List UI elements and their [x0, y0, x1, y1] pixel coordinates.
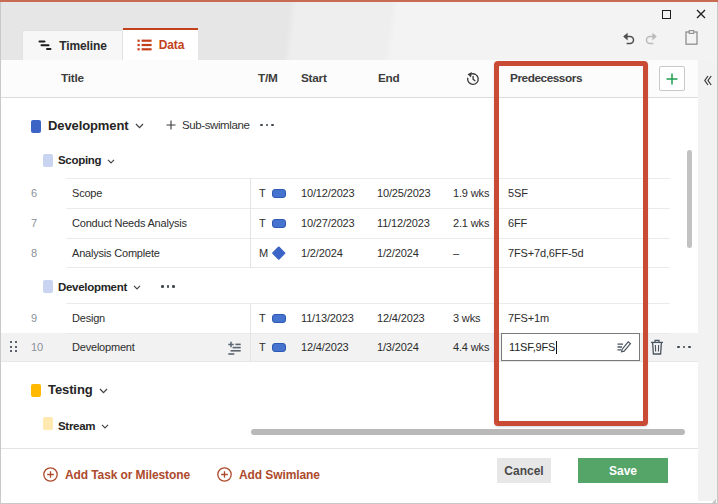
double-chevron-left-icon — [704, 75, 712, 86]
task-bar-icon[interactable] — [272, 343, 286, 352]
footer: Add Task or Milestone Add Swimlane Cance… — [1, 448, 698, 503]
undo-icon — [622, 32, 635, 45]
redo-icon — [645, 32, 658, 45]
chevron-down-icon[interactable] — [99, 388, 108, 394]
task-type-letter: T — [259, 208, 266, 238]
chevron-down-icon[interactable] — [101, 424, 109, 429]
sub-swimlane-color-square — [43, 154, 53, 167]
sub-swimlane-color-square — [43, 417, 53, 430]
add-swimlane-button[interactable]: Add Swimlane — [217, 467, 320, 482]
swimlane-more-button[interactable] — [260, 124, 274, 127]
chevron-down-icon[interactable] — [133, 285, 141, 290]
task-duration[interactable]: 3 wks — [453, 303, 480, 333]
task-title[interactable]: Scope — [72, 178, 102, 208]
column-header-duration[interactable] — [465, 71, 481, 91]
maximize-button[interactable] — [662, 10, 671, 19]
task-start-date[interactable]: 10/27/2023 — [301, 208, 355, 238]
chevron-down-icon[interactable] — [135, 123, 144, 129]
save-button[interactable]: Save — [578, 458, 668, 483]
swimlane-title[interactable]: Testing — [48, 382, 93, 397]
vertical-scrollbar[interactable] — [687, 150, 692, 248]
task-end-date[interactable]: 11/12/2023 — [377, 208, 430, 238]
close-button[interactable] — [696, 9, 706, 19]
plus-icon — [666, 73, 678, 85]
sub-swimlane-title-group[interactable]: Scoping — [58, 144, 115, 176]
cancel-button[interactable]: Cancel — [497, 458, 551, 483]
task-duration[interactable]: 2.1 wks — [453, 208, 489, 238]
swimlane-title[interactable]: Development — [48, 118, 129, 133]
column-header-tm[interactable]: T/M — [258, 60, 278, 97]
task-title[interactable]: Development — [72, 333, 135, 361]
redo-button[interactable] — [645, 31, 658, 49]
undo-button[interactable] — [622, 31, 635, 49]
milestone-diamond-icon[interactable] — [272, 246, 285, 259]
task-end-date[interactable]: 1/2/2024 — [377, 238, 419, 268]
column-separator — [250, 303, 251, 362]
tab-data[interactable]: Data — [123, 28, 198, 60]
tab-data-label: Data — [159, 38, 185, 52]
swimlane-title-group[interactable]: Development — [48, 107, 144, 143]
task-start-date[interactable]: 11/13/2023 — [301, 303, 354, 333]
task-duration[interactable]: 1.9 wks — [453, 178, 489, 208]
task-start-date[interactable]: 12/4/2023 — [301, 333, 349, 361]
drag-handle-icon[interactable] — [10, 341, 18, 353]
task-start-date[interactable]: 10/12/2023 — [301, 178, 355, 208]
collapse-pane-button[interactable] — [704, 72, 712, 90]
task-duration[interactable]: – — [453, 238, 459, 268]
task-bar-icon[interactable] — [272, 314, 286, 323]
swimlane-title-group[interactable]: Testing — [48, 374, 108, 405]
column-header-title[interactable]: Title — [61, 60, 84, 97]
task-end-date[interactable]: 1/3/2024 — [377, 333, 419, 361]
task-end-date[interactable]: 12/4/2023 — [377, 303, 425, 333]
sub-swimlane-more-button[interactable] — [161, 285, 175, 288]
chevron-down-icon[interactable] — [107, 159, 115, 164]
task-title[interactable]: Analysis Complete — [72, 238, 160, 268]
tab-timeline[interactable]: Timeline — [22, 30, 123, 60]
task-bar-icon[interactable] — [272, 219, 286, 228]
add-task-label: Add Task or Milestone — [65, 468, 190, 482]
clipboard-button[interactable] — [685, 30, 698, 49]
circle-plus-icon — [43, 467, 58, 482]
sub-swimlane-color-square — [43, 280, 53, 293]
close-icon — [696, 9, 706, 19]
horizontal-scrollbar[interactable] — [251, 429, 685, 435]
add-sub-swimlane-button[interactable]: Sub-swimlane — [166, 107, 249, 143]
clipboard-icon — [685, 30, 698, 45]
sub-swimlane-title[interactable]: Scoping — [58, 154, 101, 166]
column-separator — [250, 178, 251, 268]
add-swimlane-label: Add Swimlane — [239, 468, 320, 482]
task-start-date[interactable]: 1/2/2024 — [301, 238, 343, 268]
sub-swimlane-title-group[interactable]: Stream — [58, 409, 109, 431]
task-type-letter: M — [259, 238, 268, 268]
swimlane-color-square — [31, 120, 41, 133]
task-number: 9 — [31, 303, 37, 333]
indent-task-icon[interactable] — [228, 341, 241, 359]
task-type-letter: T — [259, 178, 266, 208]
task-number: 8 — [31, 238, 37, 268]
window-accent-line — [0, 0, 718, 2]
add-column-button[interactable] — [659, 66, 685, 91]
sub-swimlane-title[interactable]: Development — [58, 281, 127, 293]
add-task-button[interactable]: Add Task or Milestone — [43, 467, 190, 482]
column-header-start[interactable]: Start — [301, 60, 327, 97]
task-number: 7 — [31, 208, 37, 238]
sub-swimlane-title-group[interactable]: Development — [58, 270, 141, 303]
sub-swimlane-title[interactable]: Stream — [58, 420, 95, 432]
task-bar-icon[interactable] — [272, 189, 286, 198]
annotation-rectangle — [494, 61, 648, 426]
task-number: 6 — [31, 178, 37, 208]
gantt-bars-icon — [38, 40, 52, 51]
task-title[interactable]: Design — [72, 303, 105, 333]
bullet-list-icon — [137, 39, 152, 51]
resize-gripper-icon — [708, 499, 716, 504]
delete-row-button[interactable] — [650, 339, 664, 359]
resize-gripper[interactable] — [708, 493, 716, 504]
task-type-letter: T — [259, 333, 266, 361]
task-end-date[interactable]: 10/25/2023 — [377, 178, 431, 208]
task-duration[interactable]: 4.4 wks — [453, 333, 489, 361]
row-more-button[interactable] — [677, 346, 691, 349]
tab-timeline-label: Timeline — [59, 39, 107, 53]
side-strip — [698, 60, 717, 501]
task-title[interactable]: Conduct Needs Analysis — [72, 208, 187, 238]
column-header-end[interactable]: End — [378, 60, 400, 97]
